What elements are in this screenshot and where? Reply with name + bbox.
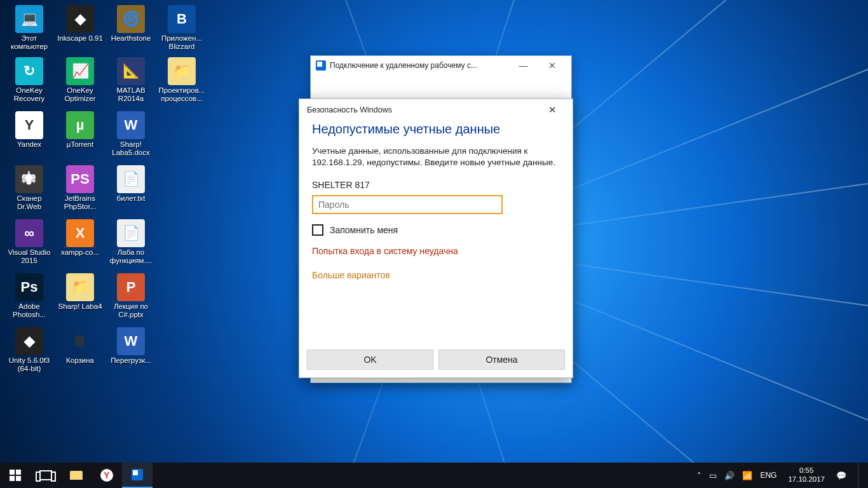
windows-security-dialog: Безопасность Windows ✕ Недопустимые учет… [299, 98, 573, 378]
app-icon: W [117, 327, 145, 355]
desktop-icon-label: JetBrains PhpStor... [56, 194, 104, 211]
desktop-icon-label: xampp-co... [56, 248, 104, 257]
rdc-title-text: Подключение к удаленному рабочему с... [330, 61, 509, 70]
rdc-titlebar[interactable]: Подключение к удаленному рабочему с... —… [311, 56, 571, 75]
app-icon: 🕷 [15, 165, 43, 193]
desktop-icon-label: Лаба по функциям.... [107, 248, 155, 265]
close-button[interactable]: ✕ [538, 56, 566, 75]
app-icon: 📄 [117, 219, 145, 247]
wifi-icon[interactable]: 📶 [742, 471, 752, 480]
desktop-icon-label: Перегрузк... [107, 356, 155, 365]
desktop-icon-label: Sharp! Laba5.docx [107, 140, 155, 157]
security-username: SHELTER 817 [312, 180, 560, 190]
app-icon: Ps [15, 273, 43, 301]
desktop-icon-label: Sharp! Laba4 [56, 302, 104, 311]
desktop-icon[interactable]: PЛекция по C#.pptx [107, 273, 155, 319]
security-description: Учетные данные, использованные для подкл… [312, 146, 560, 168]
tray-chevron-up-icon[interactable]: ˄ [697, 471, 702, 480]
desktop-icon[interactable]: 🕷Сканер Dr.Web [5, 165, 53, 211]
login-error-text: Попытка входа в систему неудачна [312, 246, 560, 256]
desktop-icon[interactable]: WSharp! Laba5.docx [107, 111, 155, 157]
yandex-taskbar[interactable]: Y [92, 463, 122, 488]
desktop-icon[interactable]: Xxampp-co... [56, 219, 104, 257]
volume-icon[interactable]: 🔊 [724, 471, 735, 480]
desktop-icon[interactable]: 🗑Корзина [56, 327, 104, 365]
desktop-icon-label: Этот компьютер [5, 34, 53, 51]
desktop-icon-label: Корзина [56, 356, 104, 365]
app-icon: P [117, 273, 145, 301]
taskbar: Y ˄ ▭ 🔊 📶 ENG 0:55 17.10.2017 💬 [0, 463, 868, 488]
security-title-text: Безопасность Windows [307, 105, 392, 114]
desktop-icon[interactable]: PsAdobe Photosh... [5, 273, 53, 319]
action-center-icon[interactable]: 💬 [836, 471, 846, 480]
minimize-button[interactable]: — [509, 56, 538, 75]
desktop-icon[interactable]: WПерегрузк... [107, 327, 155, 365]
remember-checkbox[interactable] [312, 224, 323, 236]
app-icon: 💻 [15, 5, 43, 33]
security-heading: Недопустимые учетные данные [312, 122, 560, 137]
app-icon: ↻ [15, 57, 43, 85]
file-explorer-taskbar[interactable] [61, 463, 92, 488]
rdc-icon [316, 60, 326, 71]
desktop-icon-label: билет.txt [107, 194, 155, 203]
show-desktop-button[interactable] [858, 463, 862, 488]
app-icon: 🗑 [66, 327, 94, 355]
desktop-icon-label: Adobe Photosh... [5, 302, 53, 319]
desktop-icon-label: Приложен... Blizzard [158, 34, 206, 51]
battery-icon[interactable]: ▭ [709, 471, 717, 480]
more-options-link[interactable]: Больше вариантов [312, 270, 560, 280]
start-button[interactable] [0, 463, 31, 488]
desktop-icon-label: Yandex [5, 140, 53, 149]
clock-date: 17.10.2017 [788, 475, 825, 484]
system-tray: ˄ ▭ 🔊 📶 ENG 0:55 17.10.2017 💬 [691, 463, 868, 488]
desktop-icon-label: µTorrent [56, 140, 104, 149]
app-icon: µ [66, 111, 94, 139]
desktop-icon-label: Visual Studio 2015 [5, 248, 53, 265]
app-icon: 📈 [66, 57, 94, 85]
app-icon: Y [15, 111, 43, 139]
app-icon: X [66, 219, 94, 247]
desktop-icon[interactable]: µµTorrent [56, 111, 104, 149]
security-titlebar[interactable]: Безопасность Windows ✕ [299, 99, 573, 121]
desktop-icon[interactable]: 📄Лаба по функциям.... [107, 219, 155, 265]
app-icon: 📐 [117, 57, 145, 85]
desktop-icon-label: Inkscape 0.91 [56, 34, 104, 43]
clock[interactable]: 0:55 17.10.2017 [788, 466, 825, 484]
clock-time: 0:55 [788, 466, 825, 475]
desktop-icon-label: Проектиров... процессов... [158, 86, 206, 103]
app-icon: B [168, 5, 196, 33]
desktop-icon-label: Сканер Dr.Web [5, 194, 53, 211]
app-icon: PS [66, 165, 94, 193]
password-input[interactable] [312, 195, 503, 214]
desktop-icon[interactable]: ◆Inkscape 0.91 [56, 5, 104, 43]
desktop-icon[interactable]: 📁Проектиров... процессов... [158, 57, 206, 103]
app-icon: ◆ [66, 5, 94, 33]
task-view-button[interactable] [31, 463, 61, 488]
desktop-icon[interactable]: 📈OneKey Optimizer [56, 57, 104, 103]
desktop-icon[interactable]: ∞Visual Studio 2015 [5, 219, 53, 265]
app-icon: ◆ [15, 327, 43, 355]
desktop-icon-label: OneKey Optimizer [56, 86, 104, 103]
desktop-icon[interactable]: 🌀Hearthstone [107, 5, 155, 43]
desktop-icon[interactable]: BПриложен... Blizzard [158, 5, 206, 51]
cancel-button[interactable]: Отмена [438, 349, 565, 370]
desktop-icon-label: MATLAB R2014a [107, 86, 155, 103]
desktop-icon-label: Hearthstone [107, 34, 155, 43]
close-button[interactable]: ✕ [539, 99, 565, 121]
remember-label: Запомнить меня [330, 225, 398, 235]
desktop-icon-label: Unity 5.6.0f3 (64-bit) [5, 356, 53, 373]
app-icon: 📁 [66, 273, 94, 301]
desktop-icon[interactable]: 📐MATLAB R2014a [107, 57, 155, 103]
app-icon: W [117, 111, 145, 139]
desktop-icon[interactable]: ◆Unity 5.6.0f3 (64-bit) [5, 327, 53, 373]
desktop-icon[interactable]: ↻OneKey Recovery [5, 57, 53, 103]
desktop-icon[interactable]: 💻Этот компьютер [5, 5, 53, 51]
language-indicator[interactable]: ENG [760, 471, 776, 480]
rdc-taskbar[interactable] [122, 463, 153, 488]
desktop-icon[interactable]: 📄билет.txt [107, 165, 155, 203]
desktop-icon-label: OneKey Recovery [5, 86, 53, 103]
desktop-icon[interactable]: 📁Sharp! Laba4 [56, 273, 104, 311]
ok-button[interactable]: OK [307, 349, 433, 370]
desktop-icon[interactable]: PSJetBrains PhpStor... [56, 165, 104, 211]
desktop-icon[interactable]: YYandex [5, 111, 53, 149]
